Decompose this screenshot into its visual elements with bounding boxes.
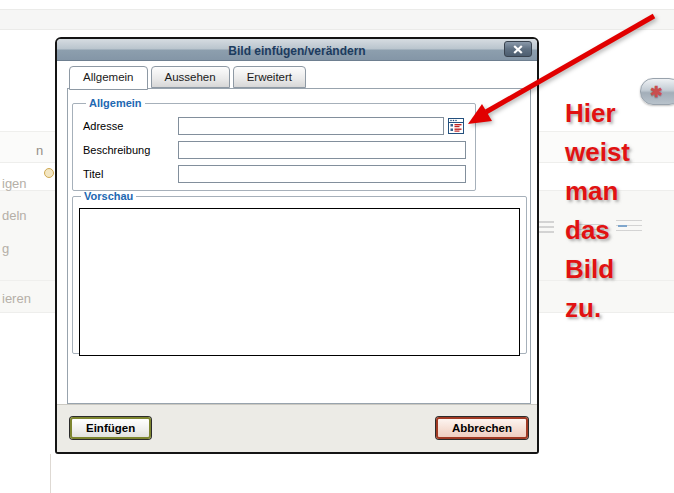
tab-erweitert[interactable]: Erweitert [233,66,306,88]
beschreibung-row: Beschreibung [83,141,467,159]
preview-fieldset: Vorschau [72,190,527,354]
general-fieldset: Allgemein Adresse [72,97,476,191]
annotation-line: Bild [565,250,630,289]
background-text-fragment: ieren [2,291,31,306]
red-asterisk-icon: ✱ [650,84,663,99]
image-insert-dialog: Bild einfügen/verändern Allgemein Ausseh… [55,37,539,454]
cancel-button[interactable]: Abbrechen [436,417,528,439]
background-divider [50,454,51,493]
dialog-title: Bild einfügen/verändern [228,44,365,58]
titel-row: Titel [83,165,467,183]
beschreibung-input[interactable] [178,141,466,159]
background-text-fragment: n [36,143,43,158]
titel-input[interactable] [178,165,466,183]
background-bullet-icon [44,168,54,178]
general-legend: Allgemein [86,97,145,109]
tab-aussehen[interactable]: Aussehen [151,66,230,88]
adresse-input[interactable] [178,117,444,135]
dialog-titlebar[interactable]: Bild einfügen/verändern [57,39,537,61]
annotation-line: man [565,172,630,211]
beschreibung-label: Beschreibung [83,144,178,156]
adresse-row: Adresse [83,117,467,135]
browse-icon [448,118,464,134]
browse-button[interactable] [447,117,465,135]
insert-button[interactable]: Einfügen [70,417,151,439]
preview-area [79,208,520,356]
annotation-line: weist [565,133,630,172]
annotation-line: das [565,211,630,250]
background-text-fragment: deln [2,208,27,223]
annotation-line: Hier [565,94,630,133]
close-button[interactable] [504,41,532,57]
background-text-fragment: igen [2,176,27,191]
titel-label: Titel [83,168,178,180]
close-icon [513,45,523,54]
tab-panel-allgemein: Allgemein Adresse [67,88,531,404]
annotation-line: zu. [565,289,630,328]
adresse-label: Adresse [83,120,178,132]
preview-legend: Vorschau [81,190,136,202]
dialog-footer: Einfügen Abbrechen [57,404,537,452]
background-band [0,9,674,30]
tab-bar: Allgemein Aussehen Erweitert [69,66,527,89]
annotation-text: Hier weist man das Bild zu. [565,94,630,328]
tab-allgemein[interactable]: Allgemein [69,66,148,90]
delete-button[interactable]: ✱ [640,78,674,105]
background-text-fragment: g [2,241,9,256]
